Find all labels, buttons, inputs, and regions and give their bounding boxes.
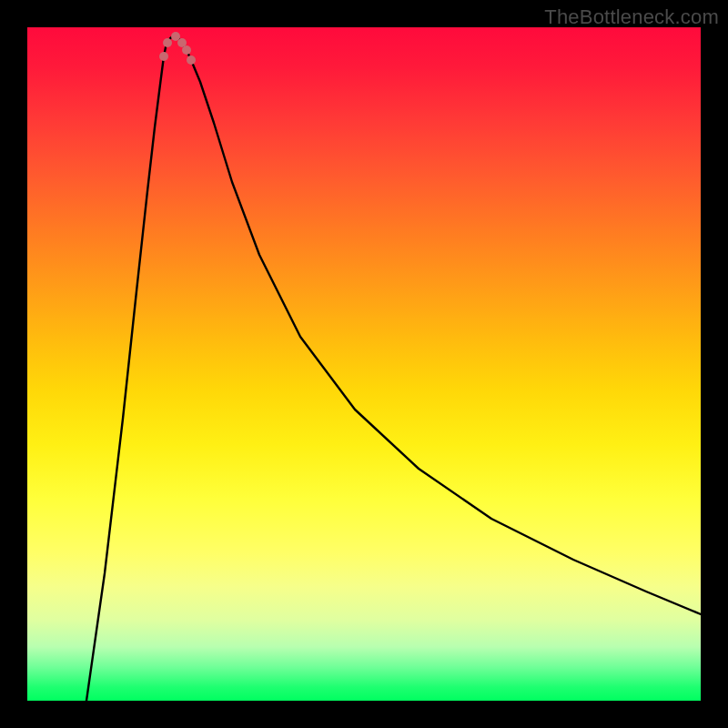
chart-frame: [27, 27, 701, 701]
curve-marker: [187, 56, 196, 65]
watermark-text: TheBottleneck.com: [544, 5, 719, 29]
curve-marker: [159, 52, 168, 61]
bottleneck-curve: [86, 36, 701, 701]
curve-marker: [163, 38, 172, 47]
curve-marker: [182, 46, 191, 55]
chart-svg: [27, 27, 701, 701]
